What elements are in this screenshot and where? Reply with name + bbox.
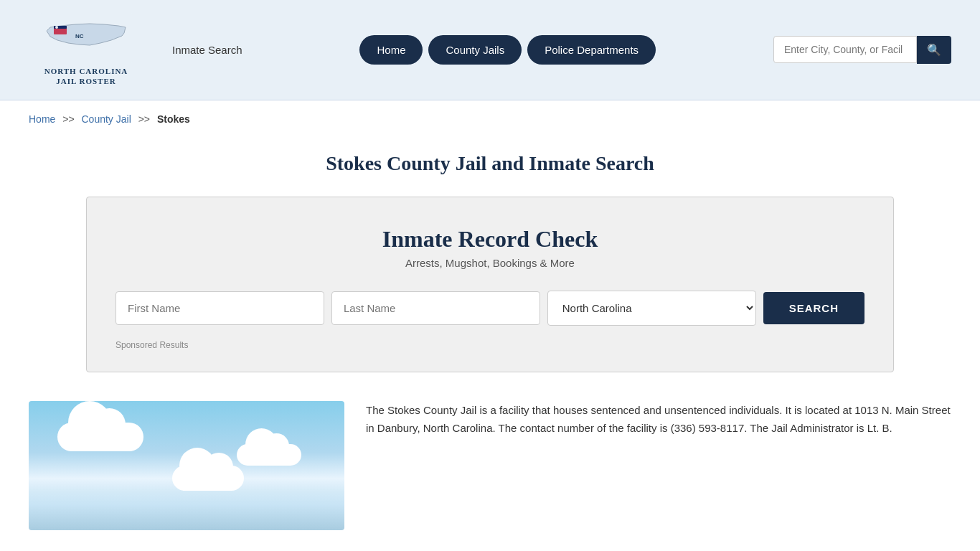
facility-image: [29, 401, 344, 530]
facility-description: The Stokes County Jail is a facility tha…: [366, 401, 951, 438]
first-name-input[interactable]: [116, 291, 324, 325]
record-check-title: Inmate Record Check: [116, 226, 864, 253]
nav-county-jails-button[interactable]: County Jails: [428, 35, 522, 65]
breadcrumb-sep-2: >>: [138, 113, 150, 125]
page-title: Stokes County Jail and Inmate Search: [29, 152, 951, 175]
header-search-button[interactable]: 🔍: [917, 36, 951, 64]
logo-area: NC NORTH CAROLINA JAIL ROSTER: [29, 13, 143, 87]
inmate-search-button[interactable]: SEARCH: [763, 292, 864, 324]
sponsored-label: Sponsored Results: [116, 340, 864, 350]
svg-point-3: [55, 26, 58, 29]
inmate-search-form: North Carolina SEARCH: [116, 291, 864, 326]
content-section: The Stokes County Jail is a facility tha…: [0, 401, 980, 551]
cloud-3: [172, 466, 244, 491]
header-search-area: 🔍: [773, 36, 951, 64]
breadcrumb-home-link[interactable]: Home: [29, 113, 55, 125]
cloud-1: [57, 423, 143, 451]
logo-text: NORTH CAROLINA JAIL ROSTER: [44, 66, 128, 87]
header-search-input[interactable]: [773, 36, 917, 63]
logo-image: NC: [39, 13, 133, 63]
breadcrumb: Home >> County Jail >> Stokes: [0, 100, 980, 138]
nav-home-button[interactable]: Home: [359, 35, 423, 65]
svg-text:NC: NC: [75, 33, 84, 39]
main-nav: Home County Jails Police Departments: [264, 35, 752, 65]
search-icon: 🔍: [927, 44, 941, 56]
cloud-2: [237, 444, 301, 466]
inmate-search-link[interactable]: Inmate Search: [172, 44, 242, 56]
breadcrumb-sep-1: >>: [62, 113, 74, 125]
breadcrumb-county-jail-link[interactable]: County Jail: [82, 113, 131, 125]
site-header: NC NORTH CAROLINA JAIL ROSTER Inmate Sea…: [0, 0, 980, 100]
page-title-area: Stokes County Jail and Inmate Search: [0, 138, 980, 197]
state-select[interactable]: North Carolina: [547, 291, 756, 326]
breadcrumb-current: Stokes: [157, 113, 190, 125]
record-check-box: Inmate Record Check Arrests, Mugshot, Bo…: [86, 197, 894, 372]
nav-police-departments-button[interactable]: Police Departments: [527, 35, 656, 65]
record-check-subtitle: Arrests, Mugshot, Bookings & More: [116, 257, 864, 269]
last-name-input[interactable]: [331, 291, 540, 325]
